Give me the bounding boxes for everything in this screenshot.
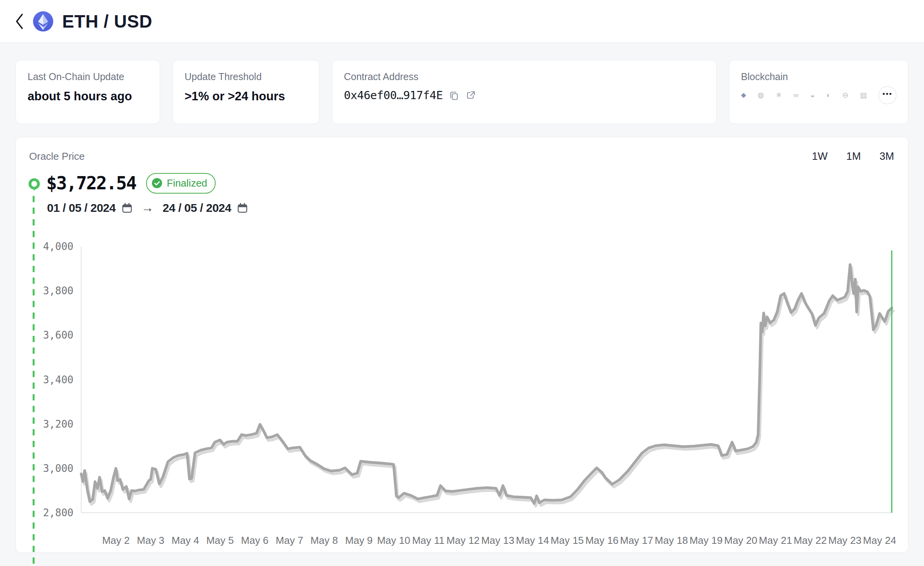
y-tick-label: 4,000 xyxy=(43,241,73,252)
check-circle-icon xyxy=(152,178,162,189)
chain-icon-5[interactable]: ◒ xyxy=(810,86,814,104)
x-tick-label: May 23 xyxy=(828,535,861,546)
x-tick-label: May 15 xyxy=(551,535,584,546)
x-tick-label: May 3 xyxy=(137,535,164,546)
x-tick-label: May 2 xyxy=(102,535,130,546)
last-update-value: about 5 hours ago xyxy=(28,89,148,103)
date-from-value: 01 / 05 / 2024 xyxy=(47,201,116,215)
reference-price-line xyxy=(83,267,893,506)
chain-icon-4[interactable]: ∞ xyxy=(793,86,799,104)
x-tick-label: May 24 xyxy=(863,535,896,546)
card-label: Update Threshold xyxy=(185,71,307,82)
x-tick-label: May 13 xyxy=(481,535,514,546)
oracle-price-label: Oracle Price xyxy=(29,150,85,162)
y-tick-label: 3,800 xyxy=(43,285,73,297)
x-tick-label: May 14 xyxy=(516,535,549,546)
chain-icon-7[interactable]: ⊖ xyxy=(842,86,849,104)
card-label: Blockchain xyxy=(741,71,896,82)
y-tick-label: 3,000 xyxy=(43,463,73,474)
range-1w-button[interactable]: 1W xyxy=(812,150,828,162)
x-tick-label: May 12 xyxy=(446,535,479,546)
x-tick-label: May 9 xyxy=(345,535,373,546)
main-content: Last On-Chain Update about 5 hours ago U… xyxy=(0,60,924,553)
chain-icon-8[interactable]: ▤ xyxy=(860,86,867,104)
eth-logo-icon xyxy=(33,11,54,32)
x-tick-label: May 7 xyxy=(276,535,303,546)
price-marker-icon xyxy=(28,178,41,196)
x-tick-label: May 21 xyxy=(759,535,792,546)
card-last-onchain-update: Last On-Chain Update about 5 hours ago xyxy=(16,60,160,124)
oracle-price-value: $3,722.54 xyxy=(46,173,136,194)
card-label: Contract Address xyxy=(344,71,704,82)
x-tick-label: May 20 xyxy=(724,535,757,546)
x-tick-label: May 11 xyxy=(412,535,445,546)
y-tick-label: 2,800 xyxy=(43,507,73,519)
y-tick-label: 3,200 xyxy=(43,418,73,430)
x-tick-label: May 19 xyxy=(689,535,722,546)
blockchain-icons-row: ◆ ◍ ✳ ∞ ◒ ◐ ⊖ ▤ ••• xyxy=(741,86,896,104)
card-blockchain: Blockchain ◆ ◍ ✳ ∞ ◒ ◐ ⊖ ▤ ••• xyxy=(729,60,908,124)
card-update-threshold: Update Threshold >1% or >24 hours xyxy=(173,60,319,124)
date-to-value: 24 / 05 / 2024 xyxy=(163,201,232,215)
chain-icon-6[interactable]: ◐ xyxy=(826,86,830,104)
page-title: ETH / USD xyxy=(62,11,152,32)
x-tick-label: May 16 xyxy=(585,535,618,546)
price-line-chart[interactable]: 2,8003,0003,2003,4003,6003,8004,000May 2… xyxy=(16,241,908,553)
range-1m-button[interactable]: 1M xyxy=(846,150,861,162)
y-tick-label: 3,400 xyxy=(43,374,73,386)
card-contract-address: Contract Address 0x46ef00…917f4E xyxy=(332,60,717,124)
x-tick-label: May 8 xyxy=(310,535,338,546)
chain-icon-ethereum[interactable]: ◆ xyxy=(741,86,746,104)
oracle-price-line xyxy=(81,265,892,503)
date-range-row: 01 / 05 / 2024 → 24 / 05 / 2024 xyxy=(47,201,896,215)
contract-address-value: 0x46ef00…917f4E xyxy=(344,89,443,102)
chain-icon-2[interactable]: ◍ xyxy=(758,86,764,104)
arrow-right-icon: → xyxy=(138,201,157,215)
x-tick-label: May 17 xyxy=(620,535,653,546)
threshold-value: >1% or >24 hours xyxy=(185,89,307,103)
back-button[interactable] xyxy=(11,10,28,33)
card-label: Last On-Chain Update xyxy=(28,71,148,82)
x-tick-label: May 10 xyxy=(377,535,410,546)
calendar-icon[interactable] xyxy=(122,203,132,213)
x-tick-label: May 6 xyxy=(241,535,268,546)
range-3m-button[interactable]: 3M xyxy=(879,150,894,162)
y-tick-label: 3,600 xyxy=(43,329,73,341)
calendar-icon[interactable] xyxy=(237,203,248,213)
oracle-price-card: Oracle Price 1W 1M 3M $3,722.54 Finalize… xyxy=(16,137,908,553)
more-chains-button[interactable]: ••• xyxy=(879,86,896,104)
x-tick-label: May 4 xyxy=(172,535,199,546)
back-chevron-icon xyxy=(13,10,26,33)
copy-icon[interactable] xyxy=(449,90,459,101)
stat-cards-row: Last On-Chain Update about 5 hours ago U… xyxy=(16,60,908,124)
x-tick-label: May 22 xyxy=(793,535,826,546)
x-tick-label: May 5 xyxy=(206,535,234,546)
chain-icon-3[interactable]: ✳ xyxy=(776,86,782,104)
header: ETH / USD xyxy=(0,0,924,43)
external-link-icon[interactable] xyxy=(465,90,476,101)
range-selector: 1W 1M 3M xyxy=(812,150,896,162)
status-badge-label: Finalized xyxy=(167,177,207,189)
x-tick-label: May 18 xyxy=(655,535,688,546)
status-badge: Finalized xyxy=(146,173,216,194)
